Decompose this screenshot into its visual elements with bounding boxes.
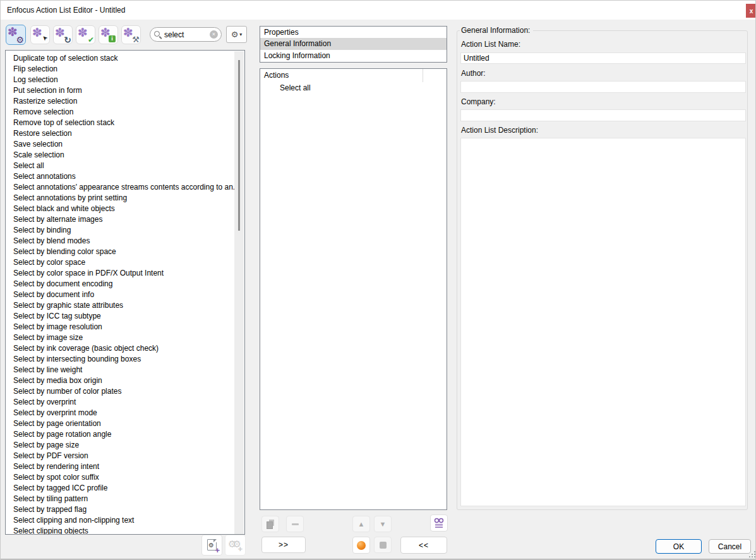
list-item[interactable]: Select by number of color plates [6, 386, 244, 397]
record-button[interactable] [352, 537, 370, 554]
list-item[interactable]: Put selection in form [6, 85, 244, 96]
plus-icon: + [215, 546, 220, 554]
checkmark-icon: ✔ [88, 36, 94, 44]
list-item[interactable]: Log selection [6, 75, 244, 85]
list-item[interactable]: Select annotations [6, 171, 244, 182]
list-item[interactable]: Select by image resolution [6, 322, 244, 332]
list-item[interactable]: Select by line weight [6, 365, 244, 375]
list-item[interactable]: Select black and white objects [6, 204, 244, 214]
remove-from-list-label: << [419, 541, 429, 550]
toolbar-button-tools-category[interactable]: ✽ ⚒ [121, 25, 141, 44]
add-actions-button-disabled[interactable]: ⚙⚙ + [225, 535, 246, 556]
flower-icon: ✽ [32, 27, 42, 39]
toolbar-button-select-category[interactable]: ✽ ➤ [30, 25, 50, 44]
gear-icon: ⚙ [231, 30, 239, 39]
stop-icon [380, 542, 387, 549]
list-item[interactable]: Rasterize selection [6, 96, 244, 107]
list-item[interactable]: Select by blending color space [6, 247, 244, 257]
clear-search-icon[interactable]: × [210, 30, 218, 39]
list-item[interactable]: Select by alternate images [6, 214, 244, 225]
copy-icon [267, 520, 275, 528]
list-item[interactable]: Select by page rotation angle [6, 429, 244, 440]
list-item[interactable]: Duplicate top of selection stack [6, 53, 244, 64]
search-box[interactable]: × [150, 27, 222, 42]
author-field[interactable] [460, 81, 746, 93]
list-item[interactable]: Select by PDF version [6, 451, 244, 461]
action-item-select-all[interactable]: Select all [260, 82, 447, 94]
company-field[interactable] [460, 109, 746, 121]
list-item[interactable]: Select clipping objects [6, 526, 244, 535]
preview-reading-button[interactable] [430, 514, 448, 532]
list-item[interactable]: Select by ICC tag subtype [6, 311, 244, 322]
properties-row-locking-information[interactable]: Locking Information [260, 50, 447, 62]
flower-icon: ✽ [78, 27, 88, 39]
sync-arrows-icon: ↻ [64, 36, 71, 44]
search-input[interactable] [164, 30, 207, 39]
list-item[interactable]: Save selection [6, 139, 244, 150]
list-item[interactable]: Select by overprint [6, 397, 244, 408]
chevron-down-icon: ▾ [239, 32, 242, 37]
group-legend: General Information: [460, 26, 533, 35]
list-item[interactable]: Restore selection [6, 128, 244, 139]
list-item[interactable]: Select by color space [6, 257, 244, 268]
new-action-list-button[interactable]: ⚙ + [201, 535, 222, 556]
description-field[interactable] [460, 138, 746, 506]
scrollbar[interactable] [234, 51, 244, 535]
insert-action-label: >> [279, 540, 289, 549]
list-item[interactable]: Select by document info [6, 289, 244, 300]
list-item[interactable]: Select by document encoding [6, 279, 244, 289]
list-item[interactable]: Select clipping and non-clipping text [6, 515, 244, 526]
remove-from-list-button[interactable]: << [400, 537, 447, 554]
list-item[interactable]: Select by graphic state attributes [6, 300, 244, 311]
list-item[interactable]: Select by tagged ICC profile [6, 483, 244, 494]
list-item[interactable]: Flip selection [6, 64, 244, 75]
resize-grip[interactable] [749, 551, 756, 558]
list-item[interactable]: Select by binding [6, 225, 244, 236]
action-library-list[interactable]: Duplicate top of selection stack Flip se… [5, 50, 245, 535]
window-bottom-border [1, 559, 756, 559]
list-item[interactable]: Select by ink coverage (basic object che… [6, 343, 244, 354]
list-item[interactable]: Select by rendering intent [6, 461, 244, 472]
list-item[interactable]: Select all [6, 161, 244, 171]
wrench-icon: ⚒ [132, 36, 140, 44]
list-item[interactable]: Select by page size [6, 440, 244, 451]
list-item[interactable]: Select by blend modes [6, 236, 244, 247]
ok-button[interactable]: OK [656, 539, 702, 554]
list-item[interactable]: Select by page orientation [6, 418, 244, 429]
move-up-button-disabled[interactable]: ▲ [352, 516, 370, 532]
toolbar-button-inform-category[interactable]: ✽ i [99, 25, 118, 44]
toolbar-button-check-category[interactable]: ✽ ✔ [76, 25, 95, 44]
ok-label: OK [673, 542, 684, 551]
list-item[interactable]: Select by spot color suffix [6, 472, 244, 483]
list-item[interactable]: Select by trapped flag [6, 504, 244, 515]
scrollbar-thumb[interactable] [238, 60, 240, 231]
move-down-button-disabled[interactable]: ▼ [374, 516, 392, 532]
record-icon [357, 541, 366, 550]
cancel-button[interactable]: Cancel [709, 539, 751, 554]
search-options-button[interactable]: ⚙ ▾ [226, 26, 247, 43]
properties-panel: Properties General Information Locking I… [260, 26, 447, 63]
remove-action-button-disabled[interactable] [286, 516, 304, 532]
list-item[interactable]: Remove selection [6, 107, 244, 118]
list-item[interactable]: Select by tiling pattern [6, 494, 244, 504]
list-item[interactable]: Select annotations by print setting [6, 193, 244, 204]
list-item[interactable]: Select by media box origin [6, 375, 244, 386]
toolbar-button-selection-actions[interactable]: ✽ ⚙ [6, 25, 26, 45]
properties-row-general-information[interactable]: General Information [260, 38, 447, 50]
insert-action-button[interactable]: >> [261, 537, 306, 553]
list-item[interactable]: Select by color space in PDF/X Output In… [6, 268, 244, 279]
company-label: Company: [461, 97, 496, 106]
duplicate-action-button-disabled[interactable] [261, 516, 279, 532]
list-item[interactable]: Select by image size [6, 332, 244, 343]
down-arrow-icon: ▼ [380, 520, 387, 528]
list-item[interactable]: Select by intersecting bounding boxes [6, 354, 244, 365]
action-list-name-field[interactable] [460, 52, 746, 64]
close-button[interactable]: x [746, 4, 756, 18]
stop-button-disabled[interactable] [374, 537, 392, 553]
list-item[interactable]: Select by overprint mode [6, 408, 244, 418]
toolbar-button-change-category[interactable]: ✽ ↻ [53, 25, 73, 44]
list-item[interactable]: Scale selection [6, 150, 244, 161]
list-item[interactable]: Remove top of selection stack [6, 118, 244, 128]
list-item[interactable]: Select annotations' appearance streams c… [6, 182, 244, 193]
actions-panel[interactable]: Actions Select all [260, 68, 447, 510]
